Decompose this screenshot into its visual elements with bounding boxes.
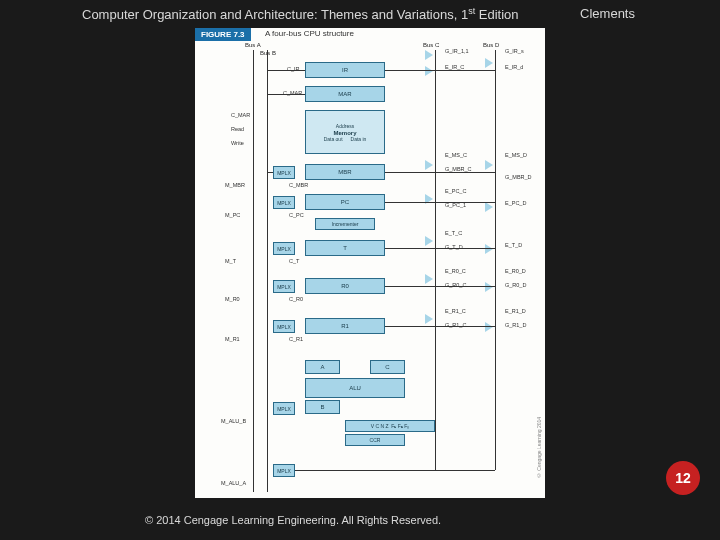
page-number-badge: 12 [666,461,700,495]
title-pre: Computer Organization and Architecture: … [82,7,468,22]
bus-d-label: Bus D [483,42,499,48]
sig-ct: C_T [289,258,299,264]
mplx-pc: MPLX [273,196,295,209]
l3 [267,172,273,173]
mplx-alub: MPLX [273,402,295,415]
copyright-line: © 2014 Cengage Learning Engineering. All… [145,514,441,526]
tri-r1-d [485,322,493,332]
block-alu: ALU [305,378,405,398]
figure-caption: A four-bus CPU structure [265,29,354,38]
l7r [385,326,495,327]
block-mbr: MBR [305,164,385,180]
title-post: Edition [475,7,518,22]
sig-er0c: E_R0_C [445,268,466,274]
bus-a-line [253,50,254,492]
sig-gr1d: G_R1_D [505,322,526,328]
bus-b-line [267,50,268,492]
l4r [385,202,495,203]
sig-gmbrd: G_MBR_D [505,174,532,180]
tri-pc-d [485,202,493,212]
l1 [267,70,305,71]
figure-side-copyright: © Cengage Learning 2014 [536,417,542,478]
sig-er0d: E_R0_D [505,268,526,274]
block-memory: Address Memory Data out Data in [305,110,385,154]
block-r1: R1 [305,318,385,334]
block-pc: PC [305,194,385,210]
bus-c-line [435,50,436,470]
sig-etd: E_T_D [505,242,522,248]
sig-mmbr: M_MBR [225,182,245,188]
mplx-r0: MPLX [273,280,295,293]
block-alu-a: A [305,360,340,374]
block-alu-c: C [370,360,405,374]
mplx-mbr: MPLX [273,166,295,179]
l6r [385,286,495,287]
sig-er1c: E_R1_C [445,308,466,314]
block-r0: R0 [305,278,385,294]
sig-cr0: C_R0 [289,296,303,302]
figure-label: FIGURE 7.3 [195,28,251,41]
sig-epcd: E_PC_D [505,200,526,206]
ccr-f-text: F₁ F₂ F₀ [391,423,409,429]
sig-epcc: E_PC_C [445,188,466,194]
cpu-diagram: Bus A Bus B Bus C Bus D IR C_IR G_IR_1,1… [195,44,545,494]
sig-eird: E_IR_d [505,64,523,70]
sig-girs: G_IR_s [505,48,524,54]
mplx-t: MPLX [273,242,295,255]
sig-emsd: E_MS_D [505,152,527,158]
author: Clements [580,6,635,21]
bottom-feedback-v [495,450,496,470]
bus-a-label: Bus A [245,42,261,48]
sig-mt: M_T [225,258,236,264]
l1r [385,70,495,71]
tri-r0-d [485,282,493,292]
sig-cmar: C_MAR [283,90,302,96]
mem-dataout: Data out [324,136,343,142]
ccr-flags-text: V C N Z [371,423,389,429]
sig-cir: C_IR [287,66,300,72]
block-ir: IR [305,62,385,78]
sig-gr0d: G_R0_D [505,282,526,288]
sig-cpc: C_PC [289,212,304,218]
tri-ir-c2 [425,66,433,76]
tri-r1-c [425,314,433,324]
block-ccr: CCR [345,434,405,446]
tri-t-d [485,244,493,254]
figure-area: FIGURE 7.3 A four-bus CPU structure Bus … [195,28,545,498]
tri-ir-d [485,58,493,68]
block-t: T [305,240,385,256]
mem-address: Address [336,123,354,129]
mem-datain: Data in [351,136,367,142]
sig-gr1c: G_R1_C [445,322,466,328]
tri-t-c [425,236,433,246]
bus-c-label: Bus C [423,42,439,48]
l3r [385,172,495,173]
block-mar: MAR [305,86,385,102]
sig-cread: C_MAR [231,112,250,118]
sig-etc: E_T_C [445,230,462,236]
bus-d-line [495,50,496,470]
mplx-alua: MPLX [273,464,295,477]
block-ccr-flags: V C N Z F₁ F₂ F₀ [345,420,435,432]
sig-mr1: M_R1 [225,336,240,342]
sig-cr1: C_R1 [289,336,303,342]
tri-ir-c [425,50,433,60]
bus-b-label: Bus B [260,50,276,56]
l2 [267,94,305,95]
sig-cmbr: C_MBR [289,182,308,188]
mplx-r1: MPLX [273,320,295,333]
sig-gtd: G_T_D [445,244,463,250]
book-title: Computer Organization and Architecture: … [82,6,519,22]
sig-girt1: G_IR_1,1 [445,48,469,54]
tri-r0-c [425,274,433,284]
bottom-feedback-line [295,470,495,471]
sig-mr0: M_R0 [225,296,240,302]
block-alu-b: B [305,400,340,414]
sig-er1d: E_R1_D [505,308,526,314]
tri-mbr-d [485,160,493,170]
block-incrementer: Incrementer [315,218,375,230]
sig-write: Write [231,140,244,146]
l5r [385,248,495,249]
sig-gr0c: G_R0_C [445,282,466,288]
tri-mbr-c [425,160,433,170]
